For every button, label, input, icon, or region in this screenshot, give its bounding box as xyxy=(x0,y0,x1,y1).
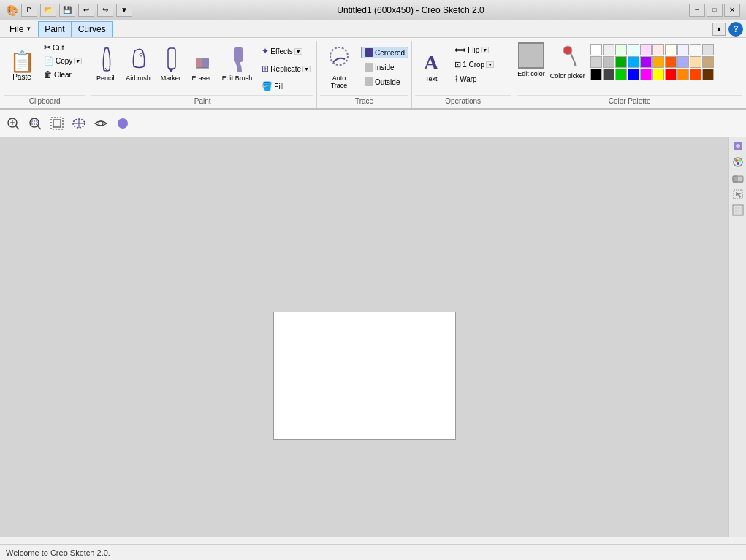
colorpalette-inner: Edit color Color picker xyxy=(517,41,742,93)
new-icon[interactable]: 🗋 xyxy=(21,4,37,17)
swatch-b1[interactable] xyxy=(628,44,639,55)
swatch-p1[interactable] xyxy=(640,44,652,55)
editcolor-box[interactable] xyxy=(518,42,544,69)
swatch-w2[interactable] xyxy=(603,44,614,55)
operations-inner: A Text ⟺ Flip ▼ ⊡ 1 Crop ▼ xyxy=(415,41,511,93)
swatch-g2[interactable] xyxy=(690,44,701,55)
marker-button[interactable]: Marker xyxy=(157,41,185,92)
svg-point-23 xyxy=(118,118,128,129)
swatch-or3[interactable] xyxy=(677,69,689,80)
swatch-or2[interactable] xyxy=(665,56,677,68)
select-tool-button[interactable] xyxy=(731,187,745,202)
crop-arrow[interactable]: ▼ xyxy=(486,61,494,68)
swatch-w1[interactable] xyxy=(590,44,602,55)
swatch-cy1[interactable] xyxy=(628,56,639,68)
centered-button[interactable]: Centered xyxy=(361,47,408,58)
zoom-select-button[interactable] xyxy=(25,113,45,134)
more-icon[interactable]: ▼ xyxy=(116,4,132,17)
close-button[interactable]: ✕ xyxy=(724,4,740,17)
paint-menu[interactable]: Paint xyxy=(38,21,71,37)
colorpicker-button[interactable]: Color picker xyxy=(548,42,587,82)
texture-tool-button[interactable] xyxy=(731,203,745,218)
cut-button[interactable]: ✂ Cut xyxy=(41,41,85,54)
clear-button[interactable]: 🗑 Clear xyxy=(41,68,85,81)
text-button[interactable]: A Text xyxy=(415,41,447,92)
copy-button[interactable]: 📄 Copy ▼ xyxy=(41,55,85,67)
redo-icon[interactable]: ↪ xyxy=(97,4,113,17)
minimize-button[interactable]: ─ xyxy=(689,4,705,17)
fill-button[interactable]: 🪣 Fill xyxy=(259,79,313,93)
inside-button[interactable]: Inside xyxy=(361,61,408,73)
swatch-rd1[interactable] xyxy=(665,69,677,80)
swatch-gr1[interactable] xyxy=(702,44,714,55)
swatch-dk1[interactable] xyxy=(603,69,614,80)
file-menu[interactable]: File ▼ xyxy=(3,21,38,37)
eraser-label: Eraser xyxy=(192,74,212,82)
swatch-lb1[interactable] xyxy=(677,44,689,55)
drawing-canvas[interactable] xyxy=(273,312,456,440)
main-area xyxy=(0,137,746,537)
effects-arrow[interactable]: ▼ xyxy=(294,48,302,55)
zoom-area-button[interactable] xyxy=(47,113,67,134)
swatch-bl1[interactable] xyxy=(628,69,639,80)
save-icon[interactable]: 💾 xyxy=(59,4,75,17)
paste-label: Paste xyxy=(12,73,31,81)
replicate-button[interactable]: ⊞ Replicate ▼ xyxy=(259,61,313,76)
undo-icon[interactable]: ↩ xyxy=(78,4,94,17)
swatch-gn1[interactable] xyxy=(615,56,627,68)
swatch-row-3 xyxy=(590,69,714,80)
swatch-pk1[interactable] xyxy=(690,56,701,68)
color-tool-button[interactable] xyxy=(731,155,745,169)
swatch-lp1[interactable] xyxy=(677,56,689,68)
centered-icon xyxy=(365,48,373,57)
circle-button[interactable] xyxy=(113,113,133,134)
replicate-icon: ⊞ xyxy=(262,64,269,74)
curves-label: Curves xyxy=(78,24,106,34)
swatch-gr3[interactable] xyxy=(603,56,614,68)
open-icon[interactable]: 📂 xyxy=(40,4,56,17)
airbrush-button[interactable]: Airbrush xyxy=(122,41,154,92)
clipboard-label: Clipboard xyxy=(4,95,85,107)
pencil-button[interactable]: Pencil xyxy=(91,41,119,92)
select-button[interactable] xyxy=(69,113,89,134)
eye-button[interactable] xyxy=(91,113,111,134)
outside-button[interactable]: Outside xyxy=(361,76,408,88)
paint-tool-button[interactable] xyxy=(731,139,745,153)
flip-button[interactable]: ⟺ Flip ▼ xyxy=(452,44,497,56)
zoom-fit-button[interactable] xyxy=(3,113,23,134)
inside-icon xyxy=(365,63,373,72)
file-arrow: ▼ xyxy=(26,26,31,32)
warp-button[interactable]: ⌇ Warp xyxy=(452,73,497,85)
paste-button[interactable]: 📋 Paste xyxy=(4,41,39,92)
curves-menu[interactable]: Curves xyxy=(72,21,113,37)
effects-button[interactable]: ✦ Effects ▼ xyxy=(259,44,313,58)
outside-icon xyxy=(365,77,373,86)
swatch-r1[interactable] xyxy=(652,44,664,55)
flip-arrow[interactable]: ▼ xyxy=(481,47,489,53)
swatch-y1[interactable] xyxy=(665,44,677,55)
swatch-mg1[interactable] xyxy=(640,69,652,80)
swatch-yw1[interactable] xyxy=(652,69,664,80)
erase-tool-button[interactable] xyxy=(731,171,745,185)
colorpalette-group: Edit color Color picker xyxy=(514,41,745,108)
swatch-gr2[interactable] xyxy=(590,56,602,68)
maximize-button[interactable]: □ xyxy=(707,4,723,17)
replicate-arrow[interactable]: ▼ xyxy=(302,66,311,72)
eraser-button[interactable]: Eraser xyxy=(188,41,216,92)
window-title: Untitled1 (600x450) - Creo Sketch 2.0 xyxy=(132,5,689,15)
swatch-br1[interactable] xyxy=(702,56,714,68)
crop-button[interactable]: ⊡ 1 Crop ▼ xyxy=(452,58,497,71)
swatch-gn2[interactable] xyxy=(615,69,627,80)
editbrush-button[interactable]: Edit Brush xyxy=(218,41,256,92)
swatch-pu1[interactable] xyxy=(640,56,652,68)
swatch-rd2[interactable] xyxy=(690,69,701,80)
swatch-br2[interactable] xyxy=(702,69,714,80)
swatch-g1[interactable] xyxy=(615,44,627,55)
autotrace-button[interactable]: Auto Trace xyxy=(320,41,358,92)
help-button[interactable]: ? xyxy=(728,22,743,37)
collapse-button[interactable]: ▲ xyxy=(712,23,726,36)
operations-label: Operations xyxy=(415,95,511,107)
swatch-or1[interactable] xyxy=(652,56,664,68)
copy-arrow[interactable]: ▼ xyxy=(74,58,82,64)
swatch-bk[interactable] xyxy=(590,69,602,80)
